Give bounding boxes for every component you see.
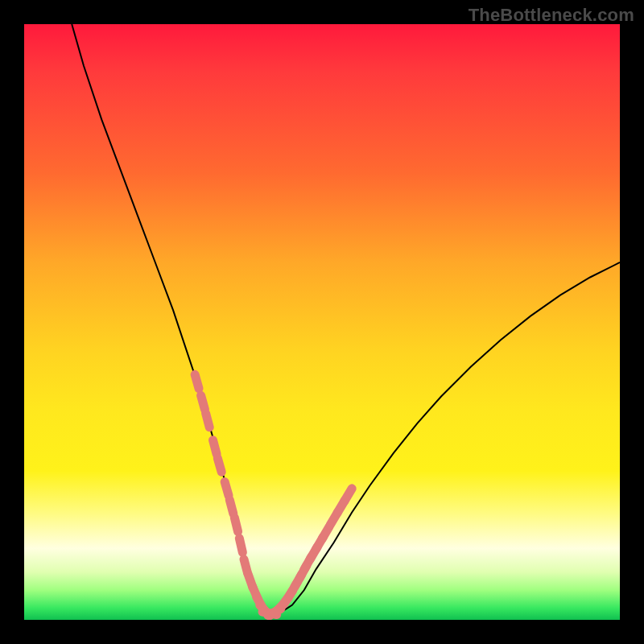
highlight-marker (229, 500, 233, 514)
highlight-marker (234, 518, 237, 531)
watermark-text: TheBottleneck.com (469, 5, 634, 26)
highlight-marker (225, 482, 229, 496)
highlight-marker (217, 458, 221, 472)
highlight-marker (239, 539, 242, 553)
highlight-marker (201, 395, 205, 409)
highlight-markers (195, 374, 352, 615)
highlight-marker (195, 374, 199, 388)
highlight-marker (345, 489, 352, 501)
highlight-marker (213, 440, 217, 454)
highlight-marker (206, 413, 210, 427)
chart-area (24, 24, 620, 620)
bottleneck-curve-plot (24, 24, 620, 620)
bottleneck-curve (72, 24, 620, 614)
